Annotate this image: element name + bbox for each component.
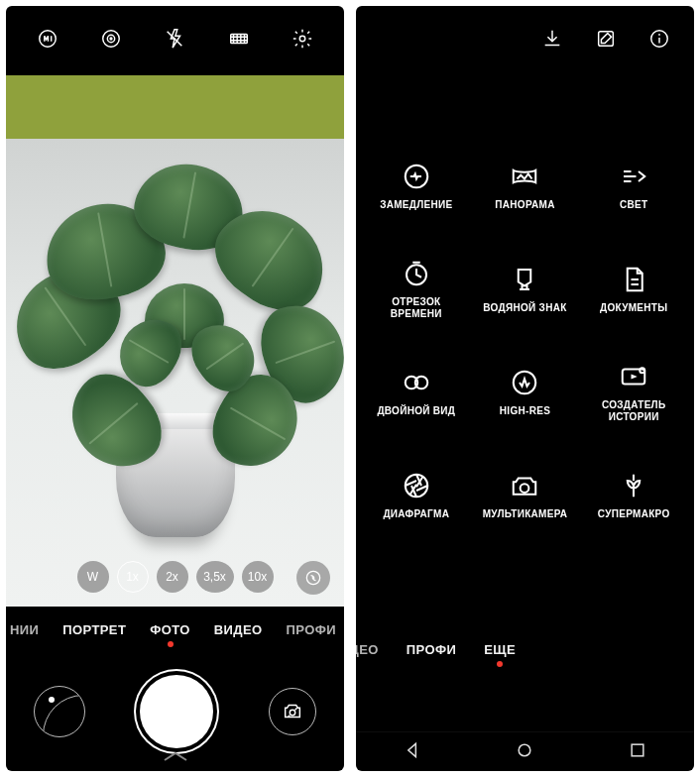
- phone-camera: W 1x 2x 3,5x 10x НИИ ПОРТРЕТ ФОТО ВИДЕО …: [6, 6, 344, 771]
- svg-point-3: [110, 38, 112, 40]
- mode-portrait[interactable]: ПОРТРЕТ: [62, 622, 126, 637]
- camera-topbar: [6, 6, 344, 75]
- svg-point-22: [520, 744, 531, 756]
- light-icon: [617, 162, 650, 191]
- highres-icon: [508, 368, 541, 397]
- mode-macro[interactable]: СУПЕРМАКРО: [579, 448, 688, 543]
- mode-slowmo[interactable]: ЗАМЕДЛЕНИЕ: [362, 139, 471, 234]
- mode-more-right[interactable]: ЕЩЕ: [484, 642, 516, 657]
- timelapse-icon: [400, 259, 433, 288]
- svg-point-19: [640, 368, 644, 373]
- story-icon: [617, 362, 650, 391]
- viewfinder[interactable]: W 1x 2x 3,5x 10x: [6, 75, 344, 607]
- macro-icon: [617, 471, 650, 500]
- mode-panorama[interactable]: ПАНОРАМА: [471, 139, 580, 234]
- mode-story[interactable]: СОЗДАТЕЛЬ ИСТОРИИ: [579, 345, 688, 440]
- lens-effect-icon[interactable]: [296, 561, 330, 595]
- mode-highres[interactable]: HIGH-RES: [471, 345, 580, 440]
- mode-video[interactable]: ВИДЕО: [214, 622, 263, 637]
- home-icon[interactable]: [515, 740, 534, 764]
- shutter-row: [6, 652, 344, 771]
- mode-label: ОТРЕЗОК ВРЕМЕНИ: [391, 296, 442, 321]
- aperture-icon: [400, 471, 433, 500]
- camera-flip-button[interactable]: [269, 688, 316, 735]
- svg-point-17: [514, 372, 536, 394]
- mode-label: HIGH-RES: [500, 405, 550, 418]
- documents-icon: [617, 265, 650, 294]
- mode-photo[interactable]: ФОТО: [150, 622, 190, 637]
- mode-aperture[interactable]: ДИАФРАГМА: [362, 448, 471, 543]
- zoom-10x[interactable]: 10x: [242, 561, 274, 593]
- mode-label: ДВОЙНОЙ ВИД: [377, 405, 455, 418]
- mode-label: МУЛЬТИКАМЕРА: [483, 508, 568, 521]
- filmstrip-icon[interactable]: [228, 28, 250, 54]
- svg-point-12: [658, 34, 660, 36]
- watermark-icon: [508, 265, 541, 294]
- mode-label: СОЗДАТЕЛЬ ИСТОРИИ: [602, 399, 666, 424]
- mode-video-right[interactable]: ВИДЕО: [356, 642, 379, 657]
- mode-label: ДОКУМЕНТЫ: [600, 302, 667, 315]
- mode-label: СВЕТ: [620, 199, 647, 212]
- spacer: [356, 672, 694, 731]
- gallery-thumb[interactable]: [34, 686, 85, 737]
- mode-label: ПАНОРАМА: [495, 199, 554, 212]
- back-icon[interactable]: [403, 740, 422, 764]
- mode-strip-right[interactable]: ВИДЕО ПРОФИ ЕЩЕ: [356, 626, 694, 672]
- edit-icon[interactable]: [595, 28, 617, 54]
- download-icon[interactable]: [541, 28, 563, 54]
- mode-dualview[interactable]: ДВОЙНОЙ ВИД: [362, 345, 471, 440]
- zoom-2x[interactable]: 2x: [157, 561, 188, 593]
- mode-cut-left[interactable]: НИИ: [10, 622, 39, 637]
- target-icon[interactable]: [100, 28, 122, 54]
- modes-grid: ЗАМЕДЛЕНИЕ ПАНОРАМА СВЕТ ОТРЕЗОК ВРЕМЕНИ…: [356, 75, 694, 626]
- mode-label: ВОДЯНОЙ ЗНАК: [483, 302, 566, 315]
- mode-label: СУПЕРМАКРО: [598, 508, 670, 521]
- mode-documents[interactable]: ДОКУМЕНТЫ: [579, 242, 688, 337]
- shutter-button[interactable]: [140, 675, 213, 748]
- svg-point-21: [521, 484, 529, 493]
- android-navbar: [356, 731, 694, 771]
- svg-point-7: [306, 571, 319, 584]
- svg-point-8: [290, 710, 295, 716]
- zoom-35x[interactable]: 3,5x: [196, 561, 234, 593]
- chevron-up-icon[interactable]: [162, 749, 189, 767]
- zoom-row: W 1x 2x 3,5x 10x: [6, 561, 344, 593]
- multicam-icon: [508, 471, 541, 500]
- mode-light[interactable]: СВЕТ: [579, 139, 688, 234]
- more-topbar: [356, 6, 694, 75]
- mode-watermark[interactable]: ВОДЯНОЙ ЗНАК: [471, 242, 580, 337]
- zoom-1x[interactable]: 1x: [117, 561, 149, 593]
- svg-rect-23: [632, 744, 643, 756]
- mode-timelapse[interactable]: ОТРЕЗОК ВРЕМЕНИ: [362, 242, 471, 337]
- mode-multicam[interactable]: МУЛЬТИКАМЕРА: [471, 448, 580, 543]
- mode-label: ДИАФРАГМА: [383, 508, 449, 521]
- dualview-icon: [400, 368, 433, 397]
- phone-more-modes: ЗАМЕДЛЕНИЕ ПАНОРАМА СВЕТ ОТРЕЗОК ВРЕМЕНИ…: [356, 6, 694, 771]
- ai-icon[interactable]: [37, 28, 58, 54]
- slowmo-icon: [400, 162, 433, 191]
- flash-off-icon[interactable]: [164, 28, 185, 54]
- mode-strip-left[interactable]: НИИ ПОРТРЕТ ФОТО ВИДЕО ПРОФИ: [6, 607, 344, 652]
- svg-point-6: [299, 36, 305, 42]
- mode-label: ЗАМЕДЛЕНИЕ: [380, 199, 452, 212]
- mode-cut-right[interactable]: ПРОФИ: [287, 622, 336, 637]
- zoom-w[interactable]: W: [77, 561, 109, 593]
- settings-icon[interactable]: [292, 28, 313, 54]
- recent-icon[interactable]: [628, 740, 647, 764]
- mode-pro-right[interactable]: ПРОФИ: [407, 642, 456, 657]
- panorama-icon: [508, 162, 541, 191]
- info-icon[interactable]: [648, 28, 670, 54]
